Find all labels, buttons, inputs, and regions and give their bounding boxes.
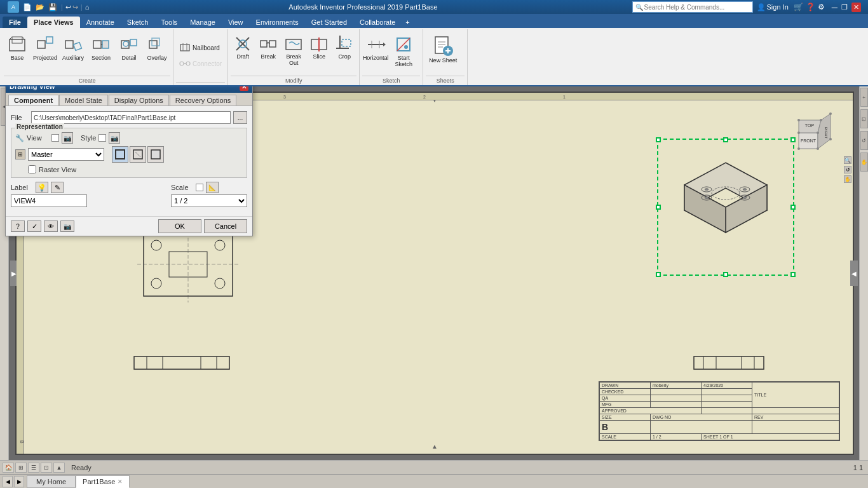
part-view-bottom-right — [691, 353, 767, 374]
home-button[interactable]: ⌂ — [85, 3, 90, 11]
raster-checkbox[interactable] — [28, 165, 36, 173]
base-button[interactable]: Base — [4, 31, 31, 74]
tab-collaborate[interactable]: Collaborate — [353, 17, 402, 28]
ribbon-group-nailboard: Nailboard Connector — [173, 29, 228, 85]
projected-button[interactable]: Projected — [32, 31, 58, 74]
iso-view-svg — [662, 144, 789, 271]
tab-part1base[interactable]: Part1Base ✕ — [76, 475, 130, 488]
style-btn-3[interactable] — [147, 146, 164, 163]
new-sheet-button[interactable]: New Sheet — [426, 31, 460, 74]
undo-button[interactable]: ↩ — [65, 3, 71, 11]
file-input[interactable] — [31, 111, 231, 124]
expand-right-arrow[interactable]: ◀ — [850, 261, 858, 286]
view-photo-btn[interactable]: 📷 — [62, 132, 73, 144]
settings-icon[interactable]: ⚙ — [818, 3, 825, 11]
section-button[interactable]: Section — [88, 31, 114, 74]
add-tab-button[interactable]: + — [402, 17, 413, 28]
label-pencil-btn[interactable]: ✎ — [51, 182, 64, 193]
help-icon[interactable]: ❓ — [806, 3, 815, 11]
nav-btn-5[interactable]: ▲ — [53, 463, 65, 473]
svg-point-58 — [215, 278, 225, 288]
view-type-icon: ⊞ — [15, 149, 25, 159]
slice-button[interactable]: Slice — [307, 31, 331, 74]
nav-btn-4[interactable]: ⊡ — [41, 463, 52, 473]
restore-button[interactable]: ❐ — [841, 3, 848, 11]
panel-hand-button[interactable]: ✋ — [860, 152, 868, 172]
panel-orbit-button[interactable]: ↺ — [860, 131, 868, 150]
tab-my-home[interactable]: My Home — [27, 475, 76, 488]
nav-btn-2[interactable]: ⊞ — [15, 463, 27, 473]
dialog-camera-btn[interactable]: 📷 — [60, 220, 74, 232]
minimize-button[interactable]: ─ — [832, 3, 837, 12]
auxiliary-button[interactable]: Auxiliary — [60, 31, 86, 74]
nav-cube-svg: FRONT RIGHT TOP — [789, 104, 837, 152]
tab-sketch[interactable]: Sketch — [121, 17, 155, 28]
draft-button[interactable]: Draft — [231, 31, 255, 74]
tab-manage[interactable]: Manage — [184, 17, 222, 28]
tab-annotate[interactable]: Annotate — [80, 17, 121, 28]
style-btn-2[interactable] — [130, 146, 146, 163]
view-checkbox[interactable] — [51, 134, 59, 142]
view-select[interactable]: Master — [28, 148, 104, 161]
tab-place-views[interactable]: Place Views — [27, 17, 80, 28]
save-button[interactable]: 💾 — [47, 3, 58, 11]
dialog-help-btn[interactable]: ? — [11, 220, 25, 232]
nav-btn-3[interactable]: ☰ — [28, 463, 39, 473]
start-sketch-button[interactable]: Start Sketch — [390, 31, 417, 74]
dialog-tab-component[interactable]: Component — [8, 95, 58, 105]
crop-button[interactable]: Crop — [332, 31, 356, 74]
tab-get-started[interactable]: Get Started — [305, 17, 353, 28]
search-input[interactable] — [644, 4, 750, 11]
handle-l — [656, 205, 661, 210]
label-bulb-btn[interactable]: 💡 — [36, 182, 48, 193]
zoom-in-icon[interactable]: 🔍 — [844, 156, 851, 164]
horizontal-button[interactable]: Horizontal — [362, 31, 389, 74]
connector-button[interactable]: Connector — [176, 56, 225, 71]
overlay-button[interactable]: Overlay — [144, 31, 170, 74]
dialog-cancel-button[interactable]: Cancel — [204, 219, 247, 233]
file-browse-button[interactable]: ... — [233, 111, 247, 124]
redo-button[interactable]: ↪ — [72, 3, 78, 11]
tab-file[interactable]: File — [3, 17, 27, 28]
tab-close-icon[interactable]: ✕ — [118, 478, 123, 485]
label-input[interactable] — [11, 194, 87, 207]
tab-view[interactable]: View — [222, 17, 250, 28]
panel-fit-button[interactable]: ⊡ — [860, 109, 868, 128]
svg-text:3: 3 — [283, 95, 286, 99]
new-button[interactable]: 📄 — [22, 3, 33, 11]
style-photo-btn[interactable]: 📷 — [109, 132, 120, 144]
tab-tools[interactable]: Tools — [154, 17, 184, 28]
scale-select[interactable]: 1 / 2 1 / 1 1 / 4 2 / 1 — [171, 194, 247, 207]
scale-check[interactable] — [196, 184, 203, 191]
dialog-tab-recovery-options[interactable]: Recovery Options — [170, 95, 236, 105]
dialog-ok-button[interactable]: OK — [158, 219, 201, 233]
close-button-titlebar[interactable]: ✕ — [851, 3, 861, 12]
panel-zoom-button[interactable]: + — [860, 88, 868, 107]
dialog-tab-model-state[interactable]: Model State — [59, 95, 108, 105]
dialog-eye-btn[interactable]: 👁 — [44, 220, 58, 232]
break-button[interactable]: Break — [256, 31, 280, 74]
dialog-check-btn[interactable]: ✓ — [27, 220, 41, 232]
sign-in-text[interactable]: Sign In — [767, 3, 789, 11]
detail-button[interactable]: Detail — [116, 31, 142, 74]
style-checkbox[interactable] — [98, 134, 106, 142]
part-view-side — [131, 353, 233, 374]
nav-cube[interactable]: FRONT RIGHT TOP — [789, 104, 837, 152]
style-btn-1[interactable] — [112, 146, 128, 163]
break-out-button[interactable]: Break Out — [281, 31, 306, 74]
cart-icon[interactable]: 🛒 — [794, 3, 803, 11]
search-area[interactable]: 🔍 — [632, 1, 753, 13]
representation-section: Representation 🔧 View 📷 Style 📷 ⊞ Master — [11, 128, 247, 178]
tab-nav-right[interactable]: ▶ — [14, 476, 24, 487]
nailboard-button[interactable]: Nailboard — [176, 40, 225, 55]
drawn-date: 4/29/2020 — [702, 383, 752, 389]
tab-nav-left[interactable]: ◀ — [3, 476, 13, 487]
scale-icon-btn[interactable]: 📐 — [206, 182, 219, 193]
tab-environments[interactable]: Environments — [250, 17, 305, 28]
qa-label: QA — [600, 395, 651, 402]
nav-btn-1[interactable]: 🏠 — [3, 463, 14, 473]
dialog-tab-display-options[interactable]: Display Options — [109, 95, 169, 105]
pan-icon[interactable]: ✋ — [844, 175, 851, 183]
rotate-icon[interactable]: ↺ — [844, 166, 851, 173]
open-button[interactable]: 📂 — [34, 3, 46, 11]
